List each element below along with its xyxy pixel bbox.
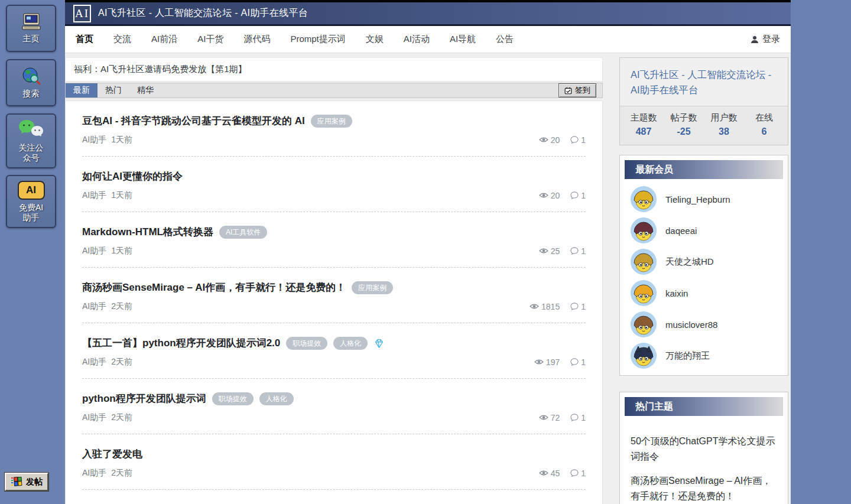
comment-icon bbox=[570, 414, 579, 421]
nav-item-entertainment[interactable]: 文娱 bbox=[366, 34, 384, 45]
post-tag[interactable]: 应用案例 bbox=[311, 115, 352, 128]
member-avatar[interactable] bbox=[631, 280, 657, 306]
hot-topics-panel: 热门主题 50个顶级的ChatGPT学术论文提示词指令 商汤秒画SenseMir… bbox=[619, 392, 788, 504]
post-author[interactable]: AI助手 bbox=[82, 246, 106, 256]
post-item: Markdown-HTML格式转换器 AI工具软件 AI助手 1天前 25 1 bbox=[82, 212, 586, 267]
member-name[interactable]: 万能的翔王 bbox=[665, 350, 710, 362]
dock-wechat-button[interactable]: 关注公众号 bbox=[6, 113, 56, 168]
dock-search-label: 搜索 bbox=[23, 89, 40, 99]
member-name[interactable]: kaixin bbox=[665, 288, 688, 298]
post-tag[interactable]: 应用案例 bbox=[352, 281, 393, 294]
nav-item-ai-frontier[interactable]: AI前沿 bbox=[151, 34, 177, 45]
post-author[interactable]: AI助手 bbox=[82, 412, 106, 423]
eye-icon bbox=[534, 359, 544, 365]
post-item: 豆包AI - 抖音字节跳动公司基于云雀模型开发的 AI 应用案例 AI助手 1天… bbox=[82, 101, 586, 156]
hot-topic-item[interactable]: 商汤秒画SenseMirage – AI作画，有手就行！还是免费的！ bbox=[631, 473, 777, 504]
post-author[interactable]: AI助手 bbox=[82, 190, 106, 201]
tab-latest[interactable]: 最新 bbox=[66, 83, 98, 97]
dock-home-label: 主页 bbox=[23, 34, 40, 44]
member-avatar[interactable] bbox=[631, 217, 657, 243]
post-time: 1天前 bbox=[111, 135, 132, 145]
ai-badge-icon: AI bbox=[18, 181, 45, 200]
member-name[interactable]: Tieling_Hepburn bbox=[665, 194, 730, 204]
post-tag[interactable]: 人格化 bbox=[333, 337, 368, 350]
comment-icon bbox=[570, 247, 579, 255]
post-author[interactable]: AI助手 bbox=[82, 301, 106, 312]
post-author[interactable]: AI助手 bbox=[82, 468, 106, 479]
new-post-button[interactable]: 发帖 bbox=[5, 473, 48, 491]
member-avatar[interactable] bbox=[631, 249, 657, 275]
post-item: 商汤秒画SenseMirage – AI作画，有手就行！还是免费的！ 应用案例 … bbox=[82, 267, 586, 323]
view-count: 197 bbox=[534, 357, 560, 367]
post-title[interactable]: 豆包AI - 抖音字节跳动公司基于云雀模型开发的 AI bbox=[82, 115, 305, 128]
post-author[interactable]: AI助手 bbox=[82, 357, 106, 368]
member-avatar[interactable] bbox=[631, 311, 657, 337]
main-nav: 首页 交流 AI前沿 AI干货 源代码 Prompt提示词 文娱 AI活动 AI… bbox=[65, 26, 791, 53]
view-count: 1815 bbox=[530, 302, 560, 311]
checkin-button[interactable]: 签到 bbox=[558, 83, 596, 97]
nav-item-exchange[interactable]: 交流 bbox=[113, 34, 131, 45]
dock-ai-assistant-button[interactable]: AI 免费AI助手 bbox=[6, 175, 56, 228]
site-titlebar: AI AI飞升社区 - 人工智能交流论坛 - AI助手在线平台 bbox=[65, 0, 791, 26]
nav-item-announcements[interactable]: 公告 bbox=[496, 34, 514, 45]
post-tag[interactable]: 职场提效 bbox=[212, 392, 254, 405]
post-title[interactable]: 入驻了爱发电 bbox=[82, 448, 142, 461]
hot-topic-item[interactable]: 50个顶级的ChatGPT学术论文提示词指令 bbox=[631, 434, 777, 465]
member-avatar[interactable] bbox=[631, 343, 657, 369]
comment-icon bbox=[570, 136, 579, 144]
nav-item-ai-tips[interactable]: AI干货 bbox=[197, 34, 223, 45]
nav-item-ai-events[interactable]: AI活动 bbox=[404, 34, 430, 45]
tab-featured[interactable]: 精华 bbox=[129, 83, 161, 97]
member-avatar[interactable] bbox=[631, 186, 657, 212]
member-name[interactable]: daqeeai bbox=[665, 226, 697, 236]
stat-topics: 主题数 487 bbox=[623, 112, 664, 137]
member-name[interactable]: musiclover88 bbox=[665, 320, 717, 330]
eye-icon bbox=[539, 248, 548, 254]
nav-item-prompt[interactable]: Prompt提示词 bbox=[290, 34, 345, 45]
site-logo[interactable]: AI bbox=[73, 5, 91, 22]
main-column: 福利：AI飞升社区邀请码免费发放【第1期】 最新 热门 精华 签到 豆包AI -… bbox=[65, 57, 603, 504]
tab-hot[interactable]: 热门 bbox=[98, 83, 129, 97]
login-button[interactable]: 登录 bbox=[751, 34, 780, 45]
eye-icon bbox=[539, 470, 548, 476]
eye-icon bbox=[539, 136, 548, 143]
post-item-partial: 50个顶级的ChatGPT学术论文提示词指令 bbox=[82, 489, 586, 504]
comment-count: 1 bbox=[570, 191, 586, 200]
eye-icon bbox=[530, 303, 539, 310]
content-area: 福利：AI飞升社区邀请码免费发放【第1期】 最新 热门 精华 签到 豆包AI -… bbox=[65, 53, 791, 504]
post-author[interactable]: AI助手 bbox=[82, 135, 106, 145]
post-time: 2天前 bbox=[111, 357, 132, 368]
main-area: AI AI飞升社区 - 人工智能交流论坛 - AI助手在线平台 首页 交流 AI… bbox=[65, 0, 791, 504]
announcement-bar[interactable]: 福利：AI飞升社区邀请码免费发放【第1期】 bbox=[65, 57, 603, 82]
post-title[interactable]: python程序开发团队提示词 bbox=[82, 392, 206, 405]
post-title[interactable]: 商汤秒画SenseMirage – AI作画，有手就行！还是免费的！ bbox=[82, 281, 346, 294]
nav-item-source-code[interactable]: 源代码 bbox=[243, 34, 270, 45]
sidebar-column: AI飞升社区 - 人工智能交流论坛 - AI助手在线平台 主题数 487 帖子数… bbox=[619, 57, 788, 504]
member-name[interactable]: 天使之城HD bbox=[665, 256, 714, 268]
eye-icon bbox=[539, 192, 548, 199]
page-root: { "colors": { "page_bg": "#6a81b1", "acc… bbox=[0, 0, 851, 504]
user-icon bbox=[751, 35, 759, 44]
latest-members-panel: 最新会员 Tieling_Hepburn daqeeai bbox=[619, 155, 788, 376]
post-title[interactable]: 如何让AI更懂你的指令 bbox=[82, 170, 183, 183]
list-tabbar: 最新 热门 精华 签到 bbox=[65, 83, 603, 98]
comment-icon bbox=[570, 469, 579, 477]
view-count: 72 bbox=[539, 413, 560, 422]
member-row: Tieling_Hepburn bbox=[620, 184, 788, 215]
nav-item-ai-navigation[interactable]: AI导航 bbox=[450, 34, 476, 45]
login-label: 登录 bbox=[762, 34, 780, 45]
latest-members-header: 最新会员 bbox=[625, 160, 783, 179]
post-tag[interactable]: AI工具软件 bbox=[219, 226, 267, 239]
post-title[interactable]: 【五工一首】python程序开发团队提示词2.0 bbox=[82, 337, 280, 350]
view-count: 20 bbox=[539, 191, 560, 200]
post-title[interactable]: Markdown-HTML格式转换器 bbox=[82, 226, 213, 239]
nav-item-home[interactable]: 首页 bbox=[76, 34, 93, 45]
post-tag[interactable]: 职场提效 bbox=[286, 337, 327, 350]
dock-search-button[interactable]: 搜索 bbox=[6, 59, 56, 106]
post-tag[interactable]: 人格化 bbox=[259, 392, 294, 405]
dock-ai-assistant-label: 免费AI助手 bbox=[16, 203, 47, 223]
comment-count: 1 bbox=[570, 469, 586, 478]
dock-home-button[interactable]: 主页 bbox=[6, 5, 56, 52]
comment-count: 1 bbox=[570, 246, 586, 256]
member-row: daqeeai bbox=[620, 215, 788, 246]
